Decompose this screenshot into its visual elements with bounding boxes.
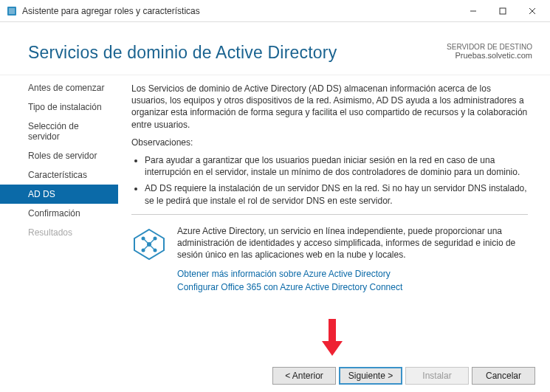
- observations-list: Para ayudar a garantizar que los usuario…: [131, 154, 528, 207]
- wizard-footer: < Anterior Siguiente > Instalar Cancelar: [272, 367, 535, 385]
- sidebar-item-label: Resultados: [28, 227, 72, 238]
- maximize-button[interactable]: [488, 1, 518, 21]
- next-button[interactable]: Siguiente >: [339, 367, 402, 385]
- azure-configure-link[interactable]: Configurar Office 365 con Azure Active D…: [177, 281, 402, 293]
- sidebar-item-ad-ds[interactable]: AD DS: [0, 185, 118, 204]
- titlebar: Asistente para agregar roles y caracterí…: [0, 0, 550, 22]
- cancel-button[interactable]: Cancelar: [472, 367, 535, 385]
- svg-rect-3: [500, 8, 506, 14]
- sidebar-item-install-type[interactable]: Tipo de instalación: [0, 97, 118, 117]
- azure-description: Azure Active Directory, un servicio en l…: [177, 225, 528, 261]
- sidebar-item-server-roles[interactable]: Roles de servidor: [0, 146, 118, 165]
- app-icon: [6, 5, 18, 17]
- sidebar-item-label: Confirmación: [28, 208, 80, 219]
- sidebar-item-label: Selección de servidor: [28, 121, 79, 142]
- sidebar-nav: Antes de comenzar Tipo de instalación Se…: [0, 75, 118, 356]
- destination-server: SERVIDOR DE DESTINO Pruebas.solvetic.com: [447, 43, 532, 60]
- minimize-button[interactable]: [458, 1, 488, 21]
- sidebar-item-before-begin[interactable]: Antes de comenzar: [0, 78, 118, 97]
- sidebar-item-label: Roles de servidor: [28, 151, 97, 161]
- page-title: Servicios de dominio de Active Directory: [28, 43, 447, 63]
- svg-line-15: [149, 244, 155, 250]
- close-button[interactable]: [518, 1, 547, 21]
- azure-info-box: Azure Active Directory, un servicio en l…: [131, 225, 528, 294]
- sidebar-item-results: Resultados: [0, 223, 118, 242]
- destination-value: Pruebas.solvetic.com: [447, 51, 532, 60]
- destination-label: SERVIDOR DE DESTINO: [447, 43, 532, 51]
- sidebar-item-server-selection[interactable]: Selección de servidor: [0, 117, 118, 146]
- svg-line-12: [143, 238, 149, 244]
- sidebar-item-confirmation[interactable]: Confirmación: [0, 204, 118, 223]
- sidebar-item-label: Características: [28, 170, 87, 180]
- svg-line-14: [143, 244, 149, 250]
- content-pane: Los Servicios de dominio de Active Direc…: [118, 75, 550, 356]
- wizard-body: Antes de comenzar Tipo de instalación Se…: [0, 75, 550, 356]
- intro-text: Los Servicios de dominio de Active Direc…: [131, 83, 528, 131]
- divider: [131, 214, 528, 215]
- svg-rect-1: [9, 8, 15, 14]
- observations-label: Observaciones:: [131, 137, 528, 148]
- back-button[interactable]: < Anterior: [272, 367, 336, 385]
- sidebar-item-label: Antes de comenzar: [28, 83, 104, 93]
- wizard-header: Servicios de dominio de Active Directory…: [0, 22, 550, 75]
- azure-ad-icon: [131, 225, 167, 294]
- install-button: Instalar: [405, 367, 469, 385]
- azure-learn-more-link[interactable]: Obtener más información sobre Azure Acti…: [177, 268, 391, 280]
- sidebar-item-label: AD DS: [28, 189, 55, 199]
- window-title: Asistente para agregar roles y caracterí…: [22, 6, 458, 16]
- list-item: Para ayudar a garantizar que los usuario…: [145, 154, 528, 178]
- sidebar-item-label: Tipo de instalación: [28, 102, 102, 112]
- list-item: AD DS requiere la instalación de un serv…: [145, 182, 528, 206]
- svg-line-13: [149, 238, 155, 244]
- sidebar-item-features[interactable]: Características: [0, 165, 118, 185]
